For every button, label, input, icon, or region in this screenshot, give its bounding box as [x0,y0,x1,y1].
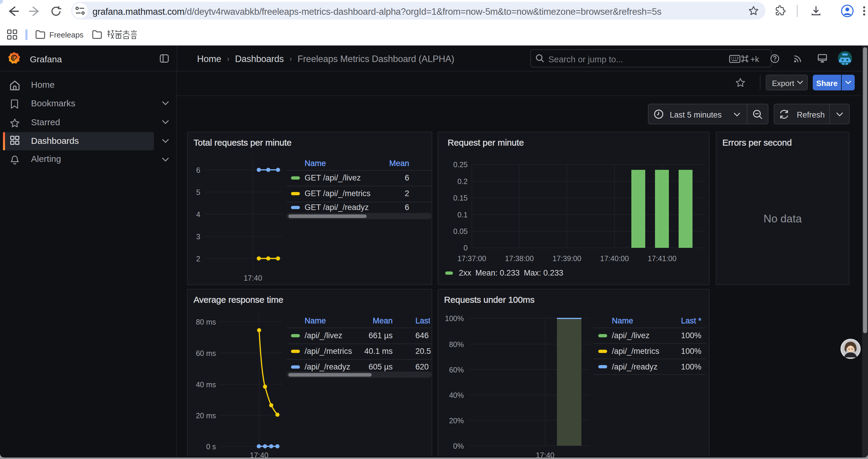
svg-text:100%: 100% [445,314,464,323]
svg-text:17:38:00: 17:38:00 [505,254,533,263]
svg-text:17:37:00: 17:37:00 [457,254,486,263]
svg-text:20%: 20% [449,417,464,425]
svg-text:80 ms: 80 ms [196,318,216,326]
svg-text:6: 6 [196,166,200,174]
svg-text:0 s: 0 s [206,442,216,451]
svg-text:20 ms: 20 ms [196,412,216,420]
svg-text:0.2: 0.2 [457,177,468,186]
svg-text:40%: 40% [449,391,464,399]
svg-text:17:40: 17:40 [536,451,555,458]
svg-text:60 ms: 60 ms [196,349,216,357]
svg-text:17:41:00: 17:41:00 [648,254,676,263]
svg-text:17:40:00: 17:40:00 [600,254,629,263]
svg-text:0%: 0% [453,442,464,450]
svg-text:80%: 80% [449,340,464,349]
svg-text:4: 4 [196,210,200,219]
svg-text:3: 3 [196,232,200,241]
svg-text:17:39:00: 17:39:00 [553,254,581,263]
svg-text:17:40: 17:40 [250,451,269,458]
svg-text:2: 2 [196,255,200,263]
svg-text:0.05: 0.05 [453,227,468,235]
svg-text:40 ms: 40 ms [196,381,216,389]
svg-text:5: 5 [196,188,200,196]
svg-text:0.15: 0.15 [453,194,468,202]
svg-text:60%: 60% [449,366,464,374]
svg-text:17:40: 17:40 [244,274,262,282]
svg-text:0.25: 0.25 [453,160,468,169]
svg-text:0: 0 [464,244,468,252]
svg-text:0.1: 0.1 [457,210,468,219]
